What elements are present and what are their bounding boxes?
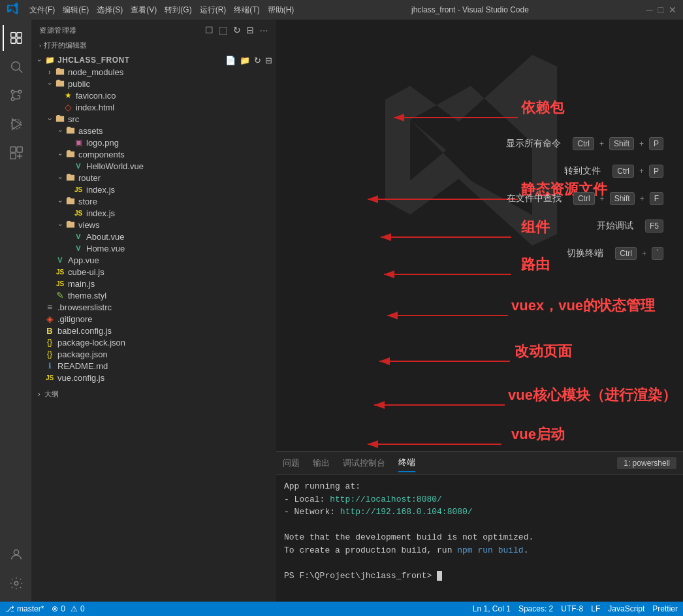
tree-item-logo[interactable]: ▣ logo.png <box>31 137 276 148</box>
readme-icon: ℹ <box>44 361 55 371</box>
file-tree[interactable]: › 📁 JHCLASS_FRONT 📄 📁 ↻ ⊟ › node_modules <box>31 53 276 602</box>
tree-item-router-index[interactable]: JS index.js <box>31 184 276 195</box>
tree-item-src[interactable]: › src <box>31 113 276 125</box>
folder-assets-icon <box>65 125 76 136</box>
menu-help[interactable]: 帮助(H) <box>268 5 294 16</box>
package-lock-label: package-lock.json <box>57 338 125 348</box>
new-file-toolbar-icon[interactable]: 📄 <box>225 56 236 65</box>
tab-debug-console[interactable]: 调试控制台 <box>343 455 385 472</box>
status-formatter: Prettier <box>652 604 678 613</box>
tree-item-package-lock[interactable]: {} package-lock.json <box>31 336 276 348</box>
tree-toolbar[interactable]: 📄 📁 ↻ ⊟ <box>225 56 276 65</box>
title-bar-menu[interactable]: 文件(F) 编辑(E) 选择(S) 查看(V) 转到(G) 运行(R) 终端(T… <box>29 5 294 16</box>
new-file-icon[interactable]: ☐ <box>205 25 214 35</box>
menu-view[interactable]: 查看(V) <box>131 5 157 16</box>
gitignore-label: .gitignore <box>57 314 92 324</box>
menu-terminal[interactable]: 终端(T) <box>234 5 259 16</box>
tree-root[interactable]: › 📁 JHCLASS_FRONT 📄 📁 ↻ ⊟ <box>31 54 276 66</box>
more-actions-icon[interactable]: ··· <box>260 25 268 35</box>
menu-goto[interactable]: 转到(G) <box>165 5 191 16</box>
tree-item-store-index[interactable]: JS index.js <box>31 207 276 219</box>
svg-rect-2 <box>11 39 16 43</box>
tree-item-readme[interactable]: ℹ README.md <box>31 360 276 372</box>
refresh-icon[interactable]: ↻ <box>233 25 242 35</box>
tab-problems[interactable]: 问题 <box>283 455 300 472</box>
menu-edit[interactable]: 编辑(E) <box>63 5 89 16</box>
store-index-label: index.js <box>86 208 115 218</box>
status-eol: LF <box>591 604 600 613</box>
chevron-down-icon: › <box>57 172 64 183</box>
root-folder-label: JHCLASS_FRONT <box>57 56 130 65</box>
tree-item-helloworld[interactable]: V HelloWorld.vue <box>31 160 276 172</box>
window-controls[interactable]: ─ □ ✕ <box>646 5 676 15</box>
new-folder-icon[interactable]: ⬚ <box>219 25 228 35</box>
minimize-button[interactable]: ─ <box>646 5 653 15</box>
settings-icon[interactable] <box>3 570 29 596</box>
search-icon[interactable] <box>3 54 29 80</box>
title-bar: 文件(F) 编辑(E) 选择(S) 查看(V) 转到(G) 运行(R) 终端(T… <box>0 0 683 20</box>
svg-rect-3 <box>17 39 22 43</box>
annotation-node-modules: 依赖包 <box>521 98 564 118</box>
tree-item-components[interactable]: › components <box>31 148 276 160</box>
tab-terminal[interactable]: 终端 <box>398 454 415 472</box>
tree-item-app-vue[interactable]: V App.vue <box>31 254 276 266</box>
network-url: http://192.168.0.104:8080/ <box>340 507 473 517</box>
kbd-backtick-4: ` <box>652 247 663 260</box>
status-spaces: Spaces: 2 <box>518 604 553 613</box>
menu-select[interactable]: 选择(S) <box>97 5 123 16</box>
tree-item-favicon[interactable]: ★ favicon.ico <box>31 89 276 101</box>
svg-point-7 <box>18 90 22 93</box>
kbd-ctrl-0: Ctrl <box>573 137 594 150</box>
tree-item-node-modules[interactable]: › node_modules <box>31 66 276 78</box>
extensions-icon[interactable] <box>3 140 29 166</box>
tab-output[interactable]: 输出 <box>313 455 330 472</box>
open-editors-section[interactable]: › 打开的编辑器 <box>31 41 276 53</box>
terminal-panel-label: 1: powershell <box>617 457 676 469</box>
tree-item-browserslistrc[interactable]: ≡ .browserslistrc <box>31 301 276 313</box>
maximize-button[interactable]: □ <box>658 5 663 15</box>
tree-item-package-json[interactable]: {} package.json <box>31 348 276 360</box>
tree-item-store[interactable]: › store <box>31 195 276 207</box>
sidebar-outline-section[interactable]: › 大纲 <box>31 389 276 400</box>
account-icon[interactable] <box>3 542 29 568</box>
tree-item-assets[interactable]: › assets <box>31 125 276 137</box>
tree-item-index-html[interactable]: ◇ index.html <box>31 101 276 113</box>
tree-item-about[interactable]: V About.vue <box>31 231 276 242</box>
menu-file[interactable]: 文件(F) <box>29 5 55 16</box>
tree-item-main-js[interactable]: JS main.js <box>31 278 276 289</box>
debug-icon[interactable] <box>3 111 29 137</box>
terminal-tabs: 问题 输出 调试控制台 终端 1: powershell <box>276 452 683 475</box>
tree-item-vue-config[interactable]: JS vue.config.js <box>31 372 276 383</box>
tree-item-theme-styl[interactable]: ✎ theme.styl <box>31 289 276 301</box>
chevron-down-icon: › <box>57 149 64 159</box>
home-vue-label: Home.vue <box>86 244 125 253</box>
refresh-toolbar-icon[interactable]: ↻ <box>254 56 261 65</box>
collapse-toolbar-icon[interactable]: ⊟ <box>265 56 272 65</box>
helloworld-label: HelloWorld.vue <box>86 161 144 171</box>
tree-item-babel[interactable]: B babel.config.js <box>31 325 276 336</box>
assets-label: assets <box>78 126 103 136</box>
explorer-icon[interactable] <box>3 25 29 51</box>
tree-item-gitignore[interactable]: ◈ .gitignore <box>31 313 276 325</box>
svg-rect-13 <box>10 154 16 159</box>
tree-item-cube-ui[interactable]: JS cube-ui.js <box>31 266 276 278</box>
sidebar-header-icons[interactable]: ☐ ⬚ ↻ ⊟ ··· <box>205 25 268 35</box>
tree-item-home[interactable]: V Home.vue <box>31 242 276 254</box>
tree-item-router[interactable]: › router <box>31 172 276 184</box>
close-button[interactable]: ✕ <box>669 5 676 15</box>
views-label: views <box>78 220 100 230</box>
terminal-content[interactable]: App running at: - Local: http://localhos… <box>276 475 683 602</box>
error-count: 0 <box>61 604 65 613</box>
status-branch[interactable]: ⎇ master* <box>5 604 44 613</box>
menu-run[interactable]: 运行(R) <box>200 5 227 16</box>
tree-item-public[interactable]: › public <box>31 78 276 89</box>
app-vue-icon: V <box>55 255 65 265</box>
router-label: router <box>78 173 101 183</box>
plus-4: + <box>640 194 644 203</box>
status-errors[interactable]: ⊗ 0 ⚠ 0 <box>52 604 84 613</box>
source-control-icon[interactable] <box>3 82 29 108</box>
collapse-icon[interactable]: ⊟ <box>246 25 255 35</box>
new-folder-toolbar-icon[interactable]: 📁 <box>240 56 250 65</box>
kbd-shift-0: Shift <box>609 137 634 150</box>
tree-item-views[interactable]: › views <box>31 219 276 231</box>
